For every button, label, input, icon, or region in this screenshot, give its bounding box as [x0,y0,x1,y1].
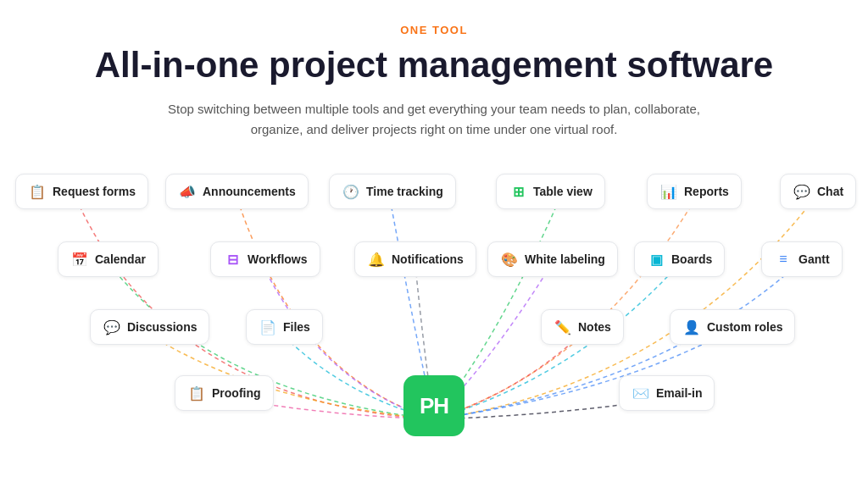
calendar-icon: 📅 [70,250,89,269]
custom-roles-label: Custom roles [707,320,782,334]
pill-gantt[interactable]: ≡Gantt [761,241,843,277]
announcements-label: Announcements [203,185,296,198]
gantt-icon: ≡ [774,250,793,269]
reports-icon: 📊 [659,182,678,201]
white-labeling-icon: 🎨 [500,250,519,269]
time-tracking-icon: 🕐 [342,182,360,201]
main-title: All-in-one project management software [51,45,817,86]
workflows-icon: ⊟ [223,250,242,269]
notes-label: Notes [578,320,611,334]
notifications-icon: 🔔 [367,250,386,269]
pill-notifications[interactable]: 🔔Notifications [354,241,476,277]
pill-white-labeling[interactable]: 🎨White labeling [487,241,618,277]
proofing-label: Proofing [212,386,261,400]
notes-icon: ✏️ [554,318,572,336]
hero-section: ONE TOOL All-in-one project management s… [0,0,868,140]
request-forms-label: Request forms [53,185,136,198]
chat-icon: 💬 [793,182,811,201]
pill-boards[interactable]: ▣Boards [634,241,725,277]
pill-custom-roles[interactable]: 👤Custom roles [670,309,795,345]
pill-request-forms[interactable]: 📋Request forms [15,174,148,209]
files-label: Files [283,320,310,334]
center-logo[interactable]: PH [403,375,465,436]
features-area: 📋Request forms📣Announcements🕐Time tracki… [0,165,868,453]
pill-proofing[interactable]: 📋Proofing [175,375,274,411]
notifications-label: Notifications [392,252,464,266]
request-forms-icon: 📋 [28,182,47,201]
files-icon: 📄 [259,318,277,336]
logo-text: PH [420,393,448,419]
discussions-icon: 💬 [103,318,121,336]
boards-icon: ▣ [647,250,665,269]
time-tracking-label: Time tracking [366,185,443,198]
proofing-icon: 📋 [187,384,206,402]
pill-reports[interactable]: 📊Reports [647,174,742,209]
table-view-icon: ⊞ [509,182,527,201]
chat-label: Chat [817,185,843,198]
pill-discussions[interactable]: 💬Discussions [90,309,209,345]
pill-announcements[interactable]: 📣Announcements [165,174,309,209]
reports-label: Reports [684,185,729,198]
overtitle: ONE TOOL [51,24,817,36]
subtitle: Stop switching between multiple tools an… [146,99,722,140]
gantt-label: Gantt [798,252,830,266]
workflows-label: Workflows [248,252,308,266]
boards-label: Boards [671,252,712,266]
pill-email-in[interactable]: ✉️Email-in [619,375,715,411]
calendar-label: Calendar [95,252,146,266]
custom-roles-icon: 👤 [682,318,701,336]
pill-chat[interactable]: 💬Chat [780,174,856,209]
table-view-label: Table view [533,185,593,198]
pill-workflows[interactable]: ⊟Workflows [210,241,320,277]
pill-calendar[interactable]: 📅Calendar [58,241,159,277]
email-in-label: Email-in [656,386,702,400]
pill-notes[interactable]: ✏️Notes [541,309,624,345]
pill-table-view[interactable]: ⊞Table view [496,174,605,209]
pill-time-tracking[interactable]: 🕐Time tracking [329,174,456,209]
discussions-label: Discussions [127,320,197,334]
pill-files[interactable]: 📄Files [246,309,323,345]
white-labeling-label: White labeling [525,252,605,266]
email-in-icon: ✉️ [632,384,650,402]
announcements-icon: 📣 [178,182,197,201]
